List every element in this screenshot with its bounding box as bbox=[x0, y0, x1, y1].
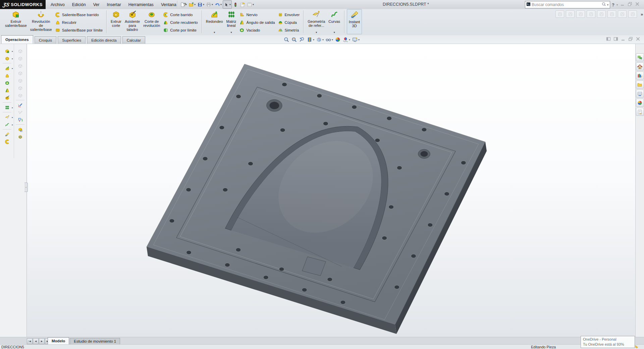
win-min-icon[interactable] bbox=[620, 1, 625, 7]
ribbon-saliente-base-por-limite[interactable]: Saliente/Base por límite bbox=[54, 26, 104, 34]
help-button[interactable]: ? bbox=[612, 2, 614, 7]
search-dropdown-caret[interactable]: ▾ bbox=[607, 3, 608, 6]
tool-extruir-saliente[interactable]: ▸ bbox=[1, 47, 13, 55]
hide-show-items-flyout-caret[interactable]: ▾ bbox=[332, 38, 333, 41]
featuremanager-collapsed-tab[interactable]: ‹ bbox=[24, 183, 28, 192]
select-flyout-caret[interactable]: ▾ bbox=[229, 3, 231, 6]
menu-herramientas[interactable]: Herramientas bbox=[125, 0, 157, 9]
zoom-fit-button[interactable] bbox=[283, 37, 289, 43]
view-settings-flyout-caret[interactable]: ▾ bbox=[358, 38, 360, 41]
ribbon-instant-3d[interactable]: Instant3D bbox=[347, 9, 362, 34]
print-flyout-caret[interactable]: ▾ bbox=[212, 3, 213, 6]
zoom-area-button[interactable] bbox=[291, 37, 297, 43]
menu-ver[interactable]: Ver bbox=[90, 0, 103, 9]
view-orientation-flyout-caret[interactable]: ▾ bbox=[322, 38, 324, 41]
taskpane-appearances-tab[interactable] bbox=[636, 99, 644, 107]
ribbon-redondeo-flyout-caret[interactable]: ▾ bbox=[214, 31, 215, 34]
taskpane-file-explorer-tab[interactable] bbox=[636, 81, 644, 89]
ribbon-revolucion-saliente-base[interactable]: Revolucióndesaliente/base bbox=[29, 9, 54, 34]
ribbon-vaciado[interactable]: Vaciado bbox=[238, 26, 276, 34]
tool-extruir-corte[interactable]: ▸ bbox=[1, 55, 13, 62]
command-search[interactable]: ▾ bbox=[525, 1, 610, 8]
view-settings-button[interactable]: ▾ bbox=[352, 37, 360, 43]
graphics-area[interactable]: XYZ bbox=[27, 44, 635, 337]
tool-vista-iso[interactable] bbox=[14, 92, 26, 99]
part-model[interactable] bbox=[27, 44, 635, 337]
pane-left-button[interactable] bbox=[606, 36, 611, 43]
tool-angulo-salida[interactable] bbox=[1, 87, 13, 94]
tool-croquis-3d[interactable] bbox=[14, 109, 26, 116]
undo-flyout-caret[interactable]: ▾ bbox=[220, 3, 222, 6]
tab-croquis[interactable]: Croquis bbox=[35, 36, 57, 44]
tool-redondeo[interactable]: ▸ bbox=[1, 64, 13, 72]
pane-right-button[interactable] bbox=[613, 36, 619, 43]
tab-edicion-directa[interactable]: Edición directa bbox=[87, 36, 121, 44]
win-min-button[interactable] bbox=[621, 36, 626, 43]
taskpane-custom-props-tab[interactable] bbox=[636, 108, 644, 116]
ribbon-corte-de-revolucion[interactable]: Corte derevolución bbox=[142, 9, 162, 34]
ribbon-geometria-de-referencia-flyout-caret[interactable]: ▾ bbox=[316, 31, 317, 34]
win-close-button[interactable] bbox=[635, 36, 641, 43]
apply-scene-flyout-caret[interactable]: ▾ bbox=[349, 38, 350, 41]
tool-convertir-entidades[interactable] bbox=[14, 116, 26, 123]
tool-vaciado[interactable] bbox=[1, 79, 13, 87]
win-restore-icon[interactable] bbox=[627, 1, 633, 7]
ribbon-recubrir[interactable]: Recubrir bbox=[54, 18, 104, 26]
ribbon-curvas-flyout-caret[interactable]: ▾ bbox=[334, 31, 335, 34]
tab-nav-2[interactable]: ▶ bbox=[39, 338, 45, 344]
save-button[interactable]: ▾ bbox=[197, 1, 205, 8]
section-view-button[interactable]: ▾ bbox=[307, 37, 314, 43]
options-button[interactable]: ▾ bbox=[246, 1, 255, 8]
ribbon-corte-por-limite[interactable]: Corte por límite bbox=[162, 26, 199, 34]
help-caret[interactable]: ▾ bbox=[616, 3, 618, 6]
win-restore-button[interactable] bbox=[628, 36, 633, 43]
tool-vista-6[interactable] bbox=[14, 84, 26, 92]
ribbon-geometria-de-referencia[interactable]: Geometríade refer...▾ bbox=[306, 9, 327, 34]
tool-curvas-flyout-caret[interactable]: ▸ bbox=[12, 123, 13, 126]
tool-asistente-taladro[interactable] bbox=[1, 94, 13, 101]
ribbon-cupula[interactable]: Cúpula bbox=[276, 18, 301, 26]
ribbon-matriz-lineal-flyout-caret[interactable]: ▾ bbox=[230, 31, 232, 34]
search-input[interactable] bbox=[531, 2, 601, 7]
tool-geometria-referencia-flyout-caret[interactable]: ▸ bbox=[12, 116, 13, 119]
tool-instant3d[interactable] bbox=[1, 131, 13, 138]
taskpane-design-library-tab[interactable] bbox=[636, 71, 644, 80]
menu-ventana[interactable]: Ventana bbox=[157, 0, 180, 9]
new-button[interactable]: ▾ bbox=[179, 1, 187, 8]
tab-calcular[interactable]: Calcular bbox=[122, 36, 145, 44]
menu-archivo[interactable]: Archivo bbox=[47, 0, 68, 9]
ribbon-angulo-de-salida[interactable]: Ángulo de salida bbox=[238, 18, 276, 26]
tool-extruir-corte-flyout-caret[interactable]: ▸ bbox=[12, 57, 13, 60]
ribbon-corte-barrido[interactable]: Corte barrido bbox=[162, 11, 199, 18]
taskpane-view-palette-tab[interactable] bbox=[636, 90, 644, 98]
file-properties-button[interactable] bbox=[239, 1, 246, 8]
section-view-flyout-caret[interactable]: ▾ bbox=[313, 38, 314, 41]
win-close-icon[interactable] bbox=[635, 1, 640, 7]
tool-extruir-seleccion[interactable] bbox=[14, 126, 26, 133]
tab-operaciones[interactable]: Operaciones bbox=[1, 35, 33, 44]
tool-matriz-lineal[interactable]: ▸ bbox=[1, 104, 13, 111]
tool-extruir-region[interactable] bbox=[14, 133, 26, 141]
menu-insertar[interactable]: Insertar bbox=[103, 0, 124, 9]
ribbon-matriz-lineal[interactable]: Matrizlineal▾ bbox=[225, 9, 238, 34]
previous-view-button[interactable] bbox=[299, 37, 305, 43]
tool-vista-3[interactable] bbox=[14, 62, 26, 69]
ribbon-saliente-base-barrido[interactable]: Saliente/Base barrido bbox=[54, 11, 104, 18]
tool-vista-2[interactable] bbox=[14, 55, 26, 62]
tool-croquis[interactable] bbox=[14, 101, 26, 109]
apply-scene-button[interactable]: ▾ bbox=[342, 37, 350, 43]
ribbon-nervio[interactable]: Nervio bbox=[238, 11, 276, 18]
ribbon-extruir-saliente-base[interactable]: Extruirsaliente/base bbox=[3, 9, 29, 34]
new-flyout-caret[interactable]: ▾ bbox=[185, 3, 187, 6]
tab-superficies[interactable]: Superficies bbox=[58, 36, 86, 44]
magnifier-icon[interactable] bbox=[601, 2, 606, 7]
tool-curvas[interactable]: ▸ bbox=[1, 121, 13, 128]
tool-vista-1[interactable] bbox=[14, 47, 26, 55]
taskpane-comments-tab[interactable] bbox=[636, 53, 644, 61]
print-button[interactable]: ▾ bbox=[205, 1, 214, 8]
hide-show-items-button[interactable]: ▾ bbox=[325, 37, 333, 43]
taskpane-home-tab[interactable] bbox=[636, 62, 644, 70]
bottom-tab-estudio-de-movimiento-1[interactable]: Estudio de movimiento 1 bbox=[70, 338, 120, 344]
tool-recubrir[interactable] bbox=[1, 72, 13, 79]
ribbon-curvas[interactable]: Curvas▾ bbox=[327, 9, 342, 34]
